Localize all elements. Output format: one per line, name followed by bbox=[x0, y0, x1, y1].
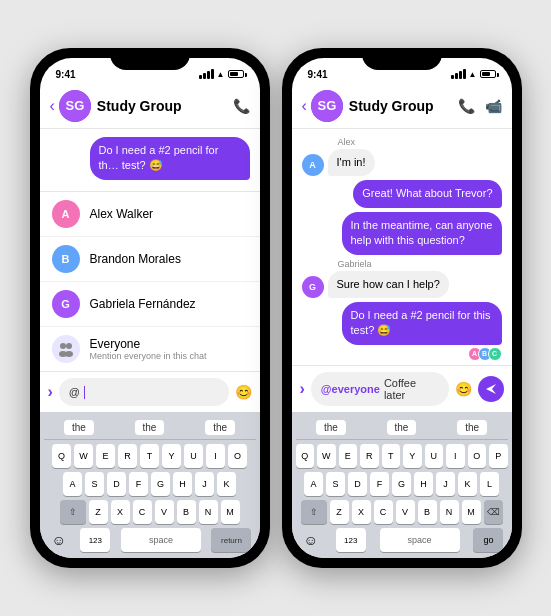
key-f-left[interactable]: F bbox=[129, 472, 148, 496]
svg-text:SG: SG bbox=[317, 98, 336, 113]
key-k-right[interactable]: K bbox=[458, 472, 477, 496]
emoji-button-left[interactable]: 😊 bbox=[235, 384, 252, 400]
key-t-right[interactable]: T bbox=[382, 444, 401, 468]
kb-suggestion-2[interactable]: the bbox=[135, 420, 165, 435]
key-b-right[interactable]: B bbox=[418, 500, 437, 524]
key-space-right[interactable]: space bbox=[380, 528, 460, 552]
key-w-right[interactable]: W bbox=[317, 444, 336, 468]
key-a-right[interactable]: A bbox=[304, 472, 323, 496]
key-v-left[interactable]: V bbox=[155, 500, 174, 524]
key-d-right[interactable]: D bbox=[348, 472, 367, 496]
header-icons-right: 📞 📹 bbox=[458, 98, 502, 114]
input-field-right[interactable]: @everyone Coffee later bbox=[311, 372, 449, 406]
message-row-out2: In the meantime, can anyone help with th… bbox=[302, 212, 502, 255]
call-icon-left[interactable]: 📞 bbox=[233, 98, 250, 114]
kb-suggestion-1[interactable]: the bbox=[64, 420, 94, 435]
key-g-left[interactable]: G bbox=[151, 472, 170, 496]
key-j-right[interactable]: J bbox=[436, 472, 455, 496]
key-u-right[interactable]: U bbox=[425, 444, 444, 468]
reaction-avatars: A B C bbox=[468, 347, 502, 361]
key-q-left[interactable]: Q bbox=[52, 444, 71, 468]
key-c-right[interactable]: C bbox=[374, 500, 393, 524]
key-r-right[interactable]: R bbox=[360, 444, 379, 468]
key-h-right[interactable]: H bbox=[414, 472, 433, 496]
back-button-right[interactable]: ‹ bbox=[302, 97, 307, 115]
mention-item-alex[interactable]: A Alex Walker bbox=[40, 192, 260, 237]
key-y-left[interactable]: Y bbox=[162, 444, 181, 468]
key-shift-left[interactable]: ⇧ bbox=[60, 500, 86, 524]
kb-suggestion-r1[interactable]: the bbox=[316, 420, 346, 435]
kb-bottom-left: ☺ 123 space return bbox=[44, 528, 256, 558]
back-button-left[interactable]: ‹ bbox=[50, 97, 55, 115]
message-bubble: Do I need a #2 pencil for th… test? 😅 bbox=[90, 137, 250, 180]
key-return-left[interactable]: return bbox=[211, 528, 251, 552]
key-p-right[interactable]: P bbox=[489, 444, 508, 468]
message-bubble-out3: Do I need a #2 pencil for this test? 😅 bbox=[342, 302, 502, 345]
key-y-right[interactable]: Y bbox=[403, 444, 422, 468]
kb-row-1-right: Q W E R T Y U I O P bbox=[296, 444, 508, 468]
key-o-right[interactable]: O bbox=[468, 444, 487, 468]
key-m-left[interactable]: M bbox=[221, 500, 240, 524]
emoji-button-right[interactable]: 😊 bbox=[455, 381, 472, 397]
expand-button-right[interactable]: › bbox=[300, 380, 305, 398]
mention-item-brandon[interactable]: B Brandon Morales bbox=[40, 237, 260, 282]
key-o-left[interactable]: O bbox=[228, 444, 247, 468]
key-h-left[interactable]: H bbox=[173, 472, 192, 496]
key-x-left[interactable]: X bbox=[111, 500, 130, 524]
key-w-left[interactable]: W bbox=[74, 444, 93, 468]
key-space-left[interactable]: space bbox=[121, 528, 201, 552]
key-l-right[interactable]: L bbox=[480, 472, 499, 496]
key-e-right[interactable]: E bbox=[339, 444, 358, 468]
mention-item-everyone[interactable]: Everyone Mention everyone in this chat bbox=[40, 327, 260, 371]
key-f-right[interactable]: F bbox=[370, 472, 389, 496]
signal-icon-right bbox=[451, 69, 466, 79]
key-t-left[interactable]: T bbox=[140, 444, 159, 468]
key-123-left[interactable]: 123 bbox=[80, 528, 110, 552]
key-e-left[interactable]: E bbox=[96, 444, 115, 468]
svg-point-3 bbox=[66, 343, 72, 349]
key-q-right[interactable]: Q bbox=[296, 444, 315, 468]
key-r-left[interactable]: R bbox=[118, 444, 137, 468]
key-j-left[interactable]: J bbox=[195, 472, 214, 496]
group-avatar-right: SG bbox=[311, 90, 343, 122]
key-n-left[interactable]: N bbox=[199, 500, 218, 524]
expand-button-left[interactable]: › bbox=[48, 383, 53, 401]
key-u-left[interactable]: U bbox=[184, 444, 203, 468]
send-button-right[interactable] bbox=[478, 376, 504, 402]
message-row: Do I need a #2 pencil for th… test? 😅 bbox=[50, 137, 250, 180]
phone-right: 9:41 ▲ ‹ SG Study Gro bbox=[282, 48, 522, 568]
key-z-left[interactable]: Z bbox=[89, 500, 108, 524]
key-a-left[interactable]: A bbox=[63, 472, 82, 496]
key-go-right[interactable]: go bbox=[473, 528, 503, 552]
kb-suggestion-3[interactable]: the bbox=[205, 420, 235, 435]
call-icon-right[interactable]: 📞 bbox=[458, 98, 475, 114]
key-d-left[interactable]: D bbox=[107, 472, 126, 496]
key-g-right[interactable]: G bbox=[392, 472, 411, 496]
key-k-left[interactable]: K bbox=[217, 472, 236, 496]
chat-header-right: ‹ SG Study Group 📞 📹 bbox=[292, 86, 512, 129]
key-b-left[interactable]: B bbox=[177, 500, 196, 524]
key-v-right[interactable]: V bbox=[396, 500, 415, 524]
key-i-right[interactable]: I bbox=[446, 444, 465, 468]
key-n-right[interactable]: N bbox=[440, 500, 459, 524]
message-row-gabriela: Gabriela G Sure how can I help? bbox=[302, 259, 502, 298]
group-avatar-left: SG bbox=[59, 90, 91, 122]
kb-suggestions-left: the the the bbox=[44, 416, 256, 440]
kb-suggestion-r2[interactable]: the bbox=[387, 420, 417, 435]
key-m-right[interactable]: M bbox=[462, 500, 481, 524]
key-s-left[interactable]: S bbox=[85, 472, 104, 496]
kb-emoji-right[interactable]: ☺ bbox=[300, 532, 322, 548]
key-i-left[interactable]: I bbox=[206, 444, 225, 468]
key-c-left[interactable]: C bbox=[133, 500, 152, 524]
key-123-right[interactable]: 123 bbox=[336, 528, 366, 552]
video-icon-right[interactable]: 📹 bbox=[485, 98, 502, 114]
kb-suggestion-r3[interactable]: the bbox=[457, 420, 487, 435]
key-x-right[interactable]: X bbox=[352, 500, 371, 524]
mention-item-gabriela[interactable]: G Gabriela Fernández bbox=[40, 282, 260, 327]
key-z-right[interactable]: Z bbox=[330, 500, 349, 524]
key-delete-right[interactable]: ⌫ bbox=[484, 500, 503, 524]
input-field-left[interactable]: @ bbox=[59, 378, 229, 406]
key-shift-right[interactable]: ⇧ bbox=[301, 500, 327, 524]
key-s-right[interactable]: S bbox=[326, 472, 345, 496]
kb-emoji-left[interactable]: ☺ bbox=[48, 532, 70, 548]
